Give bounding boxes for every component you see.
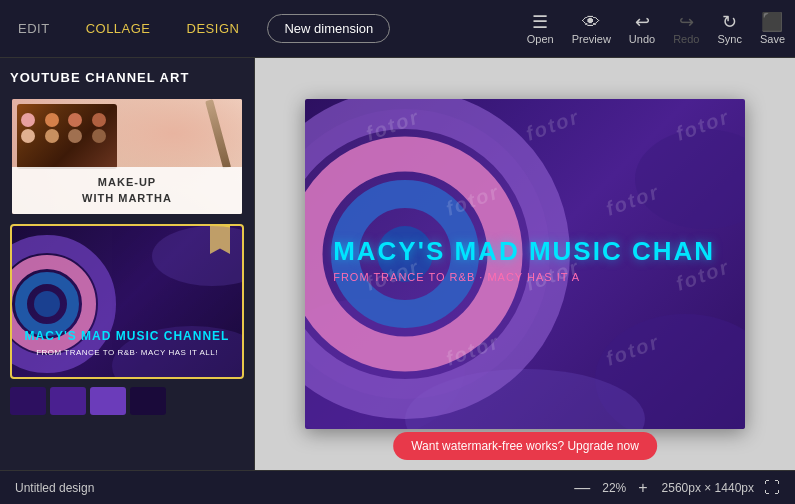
palette-dot xyxy=(68,113,82,127)
canvas-text-overlay: MACY'S MAD MUSIC CHAN FROM TRANCE TO R&B… xyxy=(333,237,715,283)
nav-design[interactable]: DESIGN xyxy=(179,15,248,42)
open-label: Open xyxy=(527,33,554,45)
makeup-title: MAKE-UP WITH MARTHA xyxy=(20,175,234,206)
canvas-dimensions: 2560px × 1440px xyxy=(662,481,754,495)
nav-collage[interactable]: COLLAGE xyxy=(78,15,159,42)
save-icon: ⬛ xyxy=(761,13,783,31)
palette-dot xyxy=(92,129,106,143)
template-card-music[interactable]: MACY'S MAD MUSIC CHANNEL FROM TRANCE TO … xyxy=(10,224,244,379)
nav-edit[interactable]: EDIT xyxy=(10,15,58,42)
design-name: Untitled design xyxy=(15,481,560,495)
canvas-main-title: MACY'S MAD MUSIC CHAN xyxy=(333,237,715,266)
sidebar-section-title: YOUTUBE CHANNEL ART xyxy=(10,68,244,87)
svg-point-9 xyxy=(635,129,745,229)
palette-dot xyxy=(45,129,59,143)
sync-icon: ↻ xyxy=(722,13,737,31)
undo-icon: ↩ xyxy=(635,13,650,31)
design-canvas[interactable]: fotor fotor fotor fotor fotor fotor foto… xyxy=(305,99,745,429)
new-dimension-button[interactable]: New dimension xyxy=(267,14,390,43)
canvas-background: fotor fotor fotor fotor fotor fotor foto… xyxy=(255,58,795,470)
sync-button[interactable]: ↻ Sync xyxy=(717,13,741,45)
makeup-text-overlay: MAKE-UP WITH MARTHA xyxy=(12,167,242,214)
canvas-area[interactable]: fotor fotor fotor fotor fotor fotor foto… xyxy=(255,58,795,470)
swatch-1[interactable] xyxy=(10,387,46,415)
swatch-4[interactable] xyxy=(130,387,166,415)
open-icon: ☰ xyxy=(532,13,548,31)
save-label: Save xyxy=(760,33,785,45)
canvas-sub-title: FROM TRANCE TO R&B · MACY HAS IT A xyxy=(333,270,715,282)
zoom-controls: — 22% + xyxy=(570,479,651,497)
upgrade-banner[interactable]: Want watermark-free works? Upgrade now xyxy=(393,432,657,460)
main-area: YOUTUBE CHANNEL ART xyxy=(0,58,795,470)
palette-dot xyxy=(21,129,35,143)
preview-label: Preview xyxy=(572,33,611,45)
palette-visual xyxy=(17,104,117,169)
zoom-out-button[interactable]: — xyxy=(570,479,594,497)
palette-dots xyxy=(17,109,117,147)
music-text: MACY'S MAD MUSIC CHANNEL FROM TRANCE TO … xyxy=(22,329,232,357)
svg-point-5 xyxy=(152,226,244,286)
undo-label: Undo xyxy=(629,33,655,45)
preview-icon: 👁 xyxy=(582,13,600,31)
redo-icon: ↪ xyxy=(679,13,694,31)
save-button[interactable]: ⬛ Save xyxy=(760,13,785,45)
toolbar: ☰ Open 👁 Preview ↩ Undo ↪ Redo ↻ Sync ⬛ … xyxy=(527,13,785,45)
palette-dot xyxy=(92,113,106,127)
bottom-bar: Untitled design — 22% + 2560px × 1440px … xyxy=(0,470,795,504)
sync-label: Sync xyxy=(717,33,741,45)
open-button[interactable]: ☰ Open xyxy=(527,13,554,45)
fullscreen-button[interactable]: ⛶ xyxy=(764,479,780,497)
top-navigation: EDIT COLLAGE DESIGN New dimension ☰ Open… xyxy=(0,0,795,58)
redo-label: Redo xyxy=(673,33,699,45)
zoom-in-button[interactable]: + xyxy=(634,479,651,497)
zoom-level: 22% xyxy=(602,481,626,495)
color-swatches xyxy=(10,387,244,415)
music-card-sub: FROM TRANCE TO R&B· MACY HAS IT ALL! xyxy=(22,348,232,357)
preview-button[interactable]: 👁 Preview xyxy=(572,13,611,45)
palette-dot xyxy=(21,113,35,127)
palette-dot xyxy=(68,129,82,143)
redo-button[interactable]: ↪ Redo xyxy=(673,13,699,45)
undo-button[interactable]: ↩ Undo xyxy=(629,13,655,45)
sidebar: YOUTUBE CHANNEL ART xyxy=(0,58,255,470)
swatch-2[interactable] xyxy=(50,387,86,415)
template-card-makeup[interactable]: MAKE-UP WITH MARTHA xyxy=(10,97,244,216)
swatch-3[interactable] xyxy=(90,387,126,415)
music-card-title: MACY'S MAD MUSIC CHANNEL xyxy=(22,329,232,345)
palette-dot xyxy=(45,113,59,127)
